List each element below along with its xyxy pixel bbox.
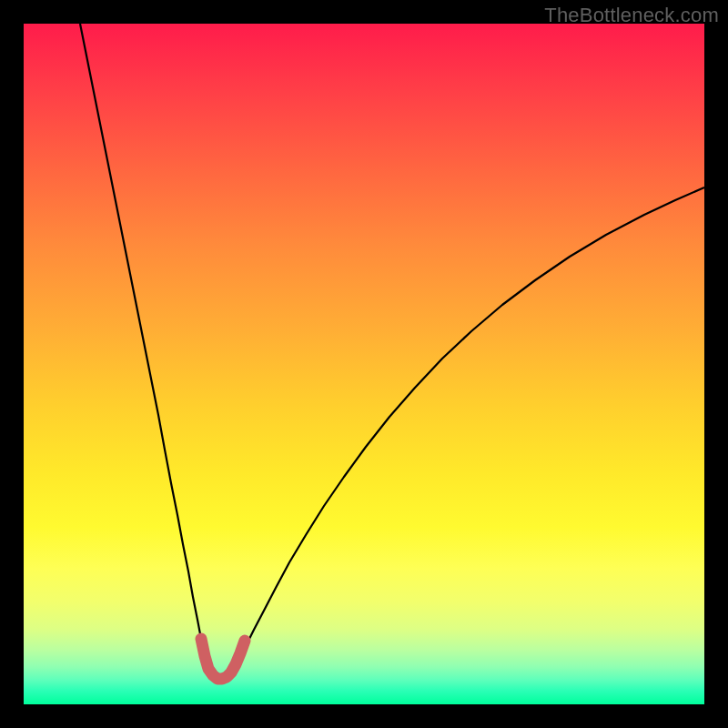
watermark-text: TheBottleneck.com xyxy=(544,4,719,27)
series-left-branch xyxy=(80,24,213,674)
series-notch-highlight xyxy=(201,639,245,679)
chart-frame xyxy=(24,24,704,704)
series-right-branch xyxy=(229,187,704,674)
bottleneck-curve xyxy=(24,24,704,704)
